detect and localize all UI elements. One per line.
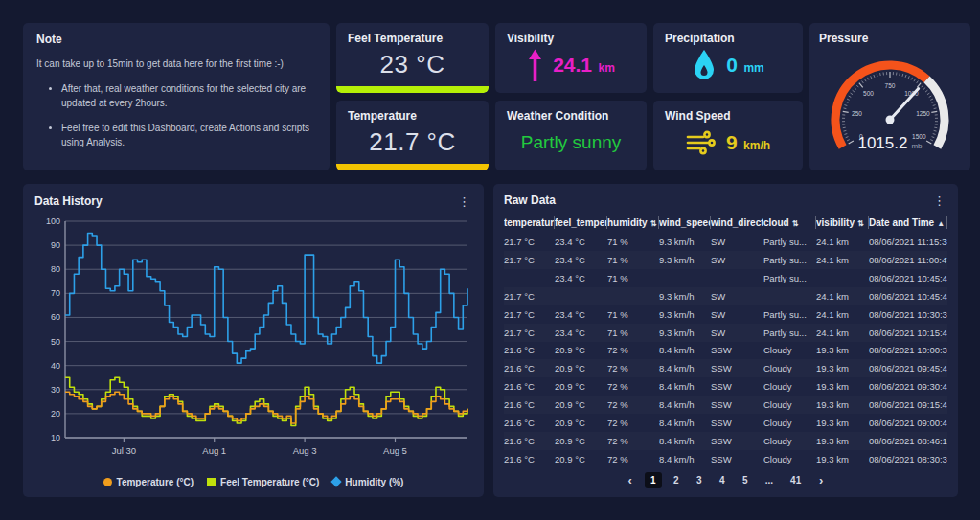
note-title: Note xyxy=(36,33,316,46)
table-cell: 24.1 km xyxy=(816,255,869,265)
data-history-title: Data History xyxy=(34,194,103,208)
temperature-title: Temperature xyxy=(348,109,477,123)
column-header-wind-direction[interactable]: wind_direction xyxy=(711,216,763,229)
table-cell: 24.1 km xyxy=(816,328,869,338)
table-cell: SW xyxy=(711,255,763,265)
note-card: Note It can take up to 15min to get data… xyxy=(23,23,330,170)
legend-item[interactable]: Feel Temperature (°C) xyxy=(207,477,319,487)
table-cell: 8.4 km/h xyxy=(659,399,711,410)
kebab-menu-icon[interactable]: ⋮ xyxy=(456,195,472,208)
column-label: wind_direction xyxy=(711,217,763,228)
pagination: ‹12345...41› xyxy=(504,468,947,491)
table-cell: Cloudy xyxy=(763,436,816,446)
table-cell: 24.1 km xyxy=(816,309,869,320)
square-marker-icon xyxy=(207,478,216,486)
table-row: 21.6 °C20.9 °C72 %8.4 km/hSSWCloudy19.3 … xyxy=(504,414,947,432)
temperature-value: 21.7 °C xyxy=(369,127,456,157)
table-cell: 71 % xyxy=(607,309,659,320)
svg-text:750: 750 xyxy=(885,82,896,89)
column-header-temperature[interactable]: temperature xyxy=(504,216,555,229)
table-row: 21.7 °C9.3 km/hSW24.1 km08/06/2021 10:45… xyxy=(504,287,947,305)
page-button-1[interactable]: 1 xyxy=(645,472,662,488)
raw-data-body: 21.7 °C23.4 °C71 %9.3 km/hSWPartly su...… xyxy=(504,233,947,468)
table-cell: Cloudy xyxy=(763,418,816,428)
table-cell: 08/06/2021 10:30:39 am xyxy=(869,309,947,320)
feel-temperature-bar xyxy=(336,86,489,93)
svg-text:70: 70 xyxy=(51,288,60,298)
svg-text:Aug 1: Aug 1 xyxy=(202,445,226,456)
table-cell: 71 % xyxy=(607,328,659,338)
table-cell: 21.6 °C xyxy=(504,418,555,428)
table-cell: SSW xyxy=(711,454,763,464)
page-button-4[interactable]: 4 xyxy=(714,472,731,488)
svg-text:Aug 3: Aug 3 xyxy=(293,445,317,456)
table-cell: 19.3 km xyxy=(816,418,869,428)
svg-text:1250: 1250 xyxy=(916,110,930,117)
data-history-card: Data History ⋮ 102030405060708090100Jul … xyxy=(23,184,484,497)
column-header-visibility[interactable]: visibility⇅ xyxy=(816,216,869,229)
table-cell: SW xyxy=(711,309,763,320)
kebab-menu-icon[interactable]: ⋮ xyxy=(931,194,947,207)
page-button-41[interactable]: 41 xyxy=(785,472,807,488)
table-cell: Cloudy xyxy=(763,363,816,373)
table-cell: 23.4 °C xyxy=(555,255,607,265)
page-button-3[interactable]: 3 xyxy=(691,472,708,488)
svg-text:Aug 5: Aug 5 xyxy=(383,445,407,456)
column-header-humidity[interactable]: humidity⇅ xyxy=(607,216,659,229)
table-cell: 19.3 km xyxy=(816,454,869,464)
history-chart: 102030405060708090100Jul 30Aug 1Aug 3Aug… xyxy=(34,210,472,472)
legend-label: Feel Temperature (°C) xyxy=(220,477,319,487)
prev-page-button[interactable]: ‹ xyxy=(622,472,639,488)
table-row: 21.7 °C23.4 °C71 %9.3 km/hSWPartly su...… xyxy=(504,324,947,342)
diamond-marker-icon xyxy=(331,476,342,486)
table-cell: 23.4 °C xyxy=(555,328,607,338)
table-cell: 08/06/2021 09:15:42 am xyxy=(869,399,947,410)
table-cell: 21.6 °C xyxy=(504,345,555,355)
table-cell: Partly su... xyxy=(763,309,816,320)
page-button-2[interactable]: 2 xyxy=(668,472,685,488)
legend-item[interactable]: Temperature (°C) xyxy=(103,477,194,487)
legend-label: Temperature (°C) xyxy=(117,477,194,487)
table-cell: 21.7 °C xyxy=(504,291,555,302)
table-cell: 9.3 km/h xyxy=(659,237,711,247)
table-cell: 8.4 km/h xyxy=(659,454,711,464)
sort-icon: ⇅ xyxy=(857,219,864,228)
precipitation-card: Precipitation 0 mm xyxy=(653,23,803,93)
note-bullet: After that, real weather conditions for … xyxy=(61,81,316,110)
page-button-5[interactable]: 5 xyxy=(737,472,754,488)
table-cell: 71 % xyxy=(607,273,659,283)
table-row: 21.6 °C20.9 °C72 %8.4 km/hSSWCloudy19.3 … xyxy=(504,396,947,414)
table-cell: 23.4 °C xyxy=(555,273,607,283)
temperature-card: Temperature 21.7 °C xyxy=(336,101,489,170)
table-row: 21.7 °C23.4 °C71 %9.3 km/hSWPartly su...… xyxy=(504,305,947,324)
svg-text:1500: 1500 xyxy=(912,133,926,140)
table-cell: 20.9 °C xyxy=(555,399,607,410)
column-header-cloud[interactable]: cloud⇅ xyxy=(763,216,816,229)
svg-text:10: 10 xyxy=(51,433,60,442)
table-cell: Partly su... xyxy=(763,255,816,265)
svg-text:90: 90 xyxy=(51,240,60,250)
column-header-feel-temperature[interactable]: feel_temperature xyxy=(555,216,607,229)
column-label: cloud xyxy=(763,217,789,228)
svg-text:60: 60 xyxy=(51,312,60,322)
column-label: humidity xyxy=(607,217,648,228)
visibility-card: Visibility 24.1 km xyxy=(495,23,647,93)
weather-condition-value: Partly sunny xyxy=(521,132,622,153)
table-cell: 08/06/2021 11:15:38 am xyxy=(869,237,947,247)
table-cell: 8.4 km/h xyxy=(659,418,711,428)
legend-item[interactable]: Humidity (%) xyxy=(332,477,403,487)
table-cell: Partly su... xyxy=(763,273,816,283)
svg-text:80: 80 xyxy=(51,264,60,274)
temperature-bar xyxy=(336,164,489,170)
table-cell: 71 % xyxy=(607,237,659,247)
column-header-date-and-time[interactable]: Date and Time▲ xyxy=(869,216,947,229)
table-cell: SSW xyxy=(711,363,763,373)
table-cell: 21.6 °C xyxy=(504,381,555,392)
feel-temperature-card: Feel Temperature 23 °C xyxy=(336,23,489,93)
note-intro: It can take up to 15min to get data here… xyxy=(36,57,316,72)
table-cell: 21.7 °C xyxy=(504,328,555,338)
table-cell: 72 % xyxy=(607,345,659,355)
column-header-wind-speed[interactable]: wind_speed xyxy=(659,216,711,229)
table-cell: 20.9 °C xyxy=(555,363,607,373)
next-page-button[interactable]: › xyxy=(812,472,830,488)
